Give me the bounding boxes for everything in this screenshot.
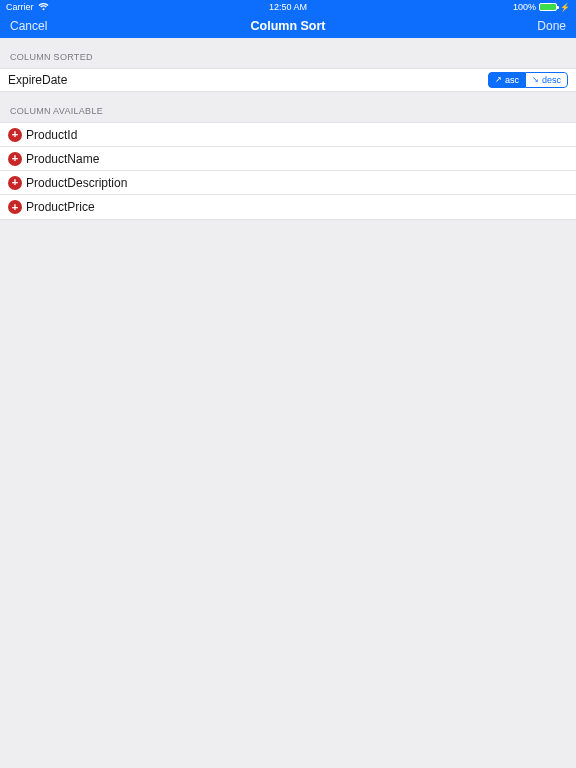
arrow-up-icon: ↗ bbox=[495, 76, 502, 84]
list-item-label: ProductPrice bbox=[26, 200, 95, 214]
list-item[interactable]: ProductId bbox=[0, 123, 576, 147]
wifi-icon bbox=[38, 3, 49, 11]
list-item[interactable]: ProductPrice bbox=[0, 195, 576, 219]
battery-percent: 100% bbox=[513, 2, 536, 12]
list-item-label: ProductDescription bbox=[26, 176, 127, 190]
status-bar: Carrier 12:50 AM 100% ⚡ bbox=[0, 0, 576, 14]
sorted-row[interactable]: ExpireDate ↗ asc ↘ desc bbox=[0, 68, 576, 92]
section-header-available: COLUMN AVAILABLE bbox=[0, 92, 576, 122]
nav-bar: Cancel Column Sort Done bbox=[0, 14, 576, 38]
available-list: ProductId ProductName ProductDescription… bbox=[0, 122, 576, 220]
list-item-label: ProductName bbox=[26, 152, 99, 166]
page-title: Column Sort bbox=[149, 19, 427, 33]
status-time: 12:50 AM bbox=[194, 2, 382, 12]
list-item[interactable]: ProductDescription bbox=[0, 171, 576, 195]
desc-label: desc bbox=[542, 75, 561, 85]
sort-direction-segmented: ↗ asc ↘ desc bbox=[488, 72, 568, 88]
charging-icon: ⚡ bbox=[560, 3, 570, 12]
arrow-down-icon: ↘ bbox=[532, 76, 539, 84]
add-icon[interactable] bbox=[8, 128, 22, 142]
done-button[interactable]: Done bbox=[537, 19, 566, 33]
add-icon[interactable] bbox=[8, 200, 22, 214]
battery-icon bbox=[539, 3, 557, 11]
carrier-label: Carrier bbox=[6, 2, 34, 12]
add-icon[interactable] bbox=[8, 176, 22, 190]
asc-label: asc bbox=[505, 75, 519, 85]
list-item[interactable]: ProductName bbox=[0, 147, 576, 171]
section-header-sorted: COLUMN SORTED bbox=[0, 38, 576, 68]
cancel-button[interactable]: Cancel bbox=[10, 19, 47, 33]
asc-button[interactable]: ↗ asc bbox=[488, 72, 525, 88]
desc-button[interactable]: ↘ desc bbox=[525, 72, 568, 88]
list-item-label: ProductId bbox=[26, 128, 77, 142]
add-icon[interactable] bbox=[8, 152, 22, 166]
sorted-column-label: ExpireDate bbox=[8, 73, 488, 87]
